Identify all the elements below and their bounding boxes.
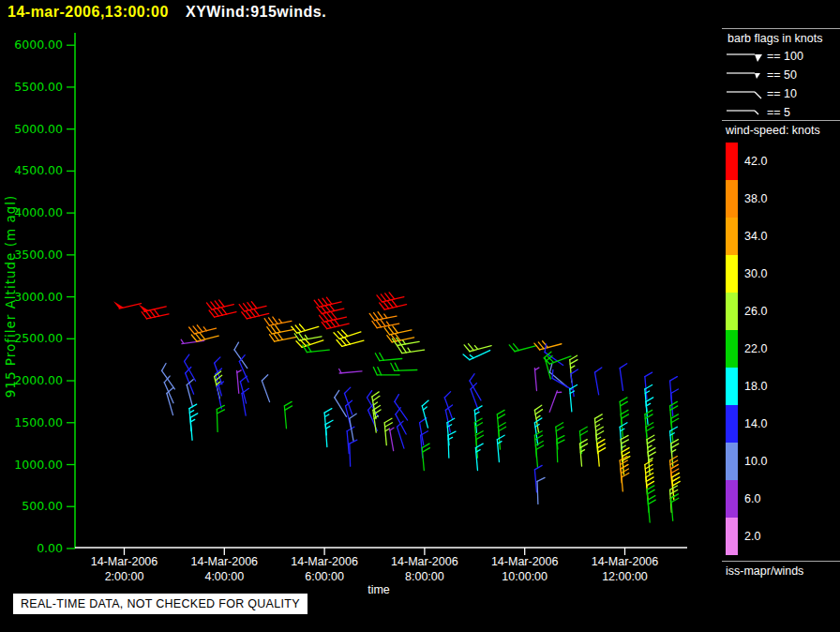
wind-barb [579,440,587,466]
x-tick-date-label: 14-Mar-2006 [91,555,158,568]
wind-barb [372,320,399,328]
legend-divider-top [722,28,840,29]
colorbar-swatch [726,330,738,368]
colorbar-swatch [726,443,738,480]
wind-barb [534,368,539,390]
colorbar-value-label: 26.0 [738,305,767,318]
wind-barb [262,375,269,402]
x-tick-time-label: 2:00:00 [105,570,144,583]
wind-barb [142,309,169,319]
wind-barb [620,364,627,391]
wind-barb [444,392,452,419]
wind-profiler-display: 14-mar-2006,13:00:00 XYWind:915winds. 60… [0,0,840,632]
y-tick-label: 1500.00 [14,415,63,429]
wind-barb [350,440,357,466]
colorbar-value-label: 38.0 [738,192,767,205]
barb-legend-row: == 50 [726,66,803,84]
wind-barb [113,301,142,308]
wind-barb [621,465,629,491]
wind-speed-colorbar: 42.038.034.030.026.022.018.014.010.06.02… [726,143,767,555]
wind-barb [240,376,247,403]
barb-legend-row: == 10 [726,84,803,103]
wind-barb [292,324,319,333]
wind-barb [284,401,292,428]
wind-barb [534,465,542,491]
wind-barb [189,325,217,334]
flag-100-icon [726,49,763,64]
colorbar-row: 26.0 [726,293,767,330]
wind-barb [509,344,536,352]
colorbar-row: 6.0 [726,480,767,518]
x-tick-time-label: 4:00:00 [204,570,244,583]
wind-barb [294,333,322,340]
legend-divider-middle [722,120,840,121]
colorbar-swatch [726,480,738,518]
y-tick-label: 2000.00 [14,373,63,387]
wind-barb [390,428,394,451]
wind-barb [162,364,175,389]
wind-barb [217,382,223,409]
colorbar-value-label: 14.0 [738,417,767,430]
colorbar-swatch [726,218,738,255]
wind-barb [534,341,562,350]
y-tick-label: 500.00 [22,499,63,513]
wind-barb [322,319,349,328]
wind-barb [648,496,655,522]
wind-barb [269,333,296,341]
y-tick-label: 1000.00 [14,458,63,472]
x-tick-time-label: 10:00:00 [502,570,548,583]
wind-barb [317,304,344,313]
barb-legend-label: == 10 [767,87,797,100]
wind-barb [421,431,428,458]
colorbar-swatch [726,405,738,443]
colorbar-value-label: 18.0 [738,380,767,393]
wind-barb [190,414,198,440]
barb-10-icon [726,86,763,101]
y-tick-label: 3000.00 [14,290,63,304]
wind-barb [337,338,364,346]
wind-barb [242,309,269,319]
wind-barb [671,494,679,520]
colorbar-row: 30.0 [726,255,767,293]
wind-barb [463,351,490,360]
colorbar-swatch [726,293,738,330]
y-tick-label: 5500.00 [14,80,63,94]
wind-barb [398,421,404,448]
barb-legend-row: == 100 [726,47,803,66]
x-tick-time-label: 12:00:00 [602,570,648,583]
colorbar-swatch [726,255,738,293]
wind-barb [239,302,266,311]
colorbar-swatch [726,518,738,555]
barb-flags-legend: == 100== 50== 10== 5 [726,47,803,122]
x-tick-time-label: 6:00:00 [305,570,344,583]
x-axis-title: time [368,583,390,596]
wind-barb [398,345,425,353]
y-tick-label: 4500.00 [14,163,63,177]
wind-barb [470,374,481,400]
wind-barb [377,293,404,302]
y-tick-label: 3500.00 [14,248,63,262]
colorbar-value-label: 34.0 [738,230,767,243]
y-axis-title: 915 Profiler Altitude (m agl) [3,195,18,399]
wind-barb [320,312,347,322]
barb-legend-label: == 5 [767,106,790,119]
wind-barb [375,353,401,360]
wind-barb [537,477,545,504]
barb-legend-label: == 100 [767,50,803,63]
colorbar-value-label: 30.0 [738,267,767,280]
wind-barb [594,368,601,395]
wind-barb [549,391,562,413]
wind-barb [422,400,428,428]
wind-barb [384,418,392,444]
y-tick-label: 5000.00 [14,122,63,136]
barb-flags-legend-title: barb flags in knots [728,32,822,45]
wind-barb [314,297,341,307]
time-height-wind-barb-plot: 6000.005500.005000.004500.004000.003500.… [0,0,840,632]
colorbar-row: 34.0 [726,218,767,255]
wind-barb [535,441,543,467]
wind-barb [387,334,414,342]
wind-barb [334,330,361,339]
wind-barb [296,339,323,347]
colorbar-value-label: 6.0 [738,492,760,505]
barb-legend-label: == 50 [767,68,797,82]
